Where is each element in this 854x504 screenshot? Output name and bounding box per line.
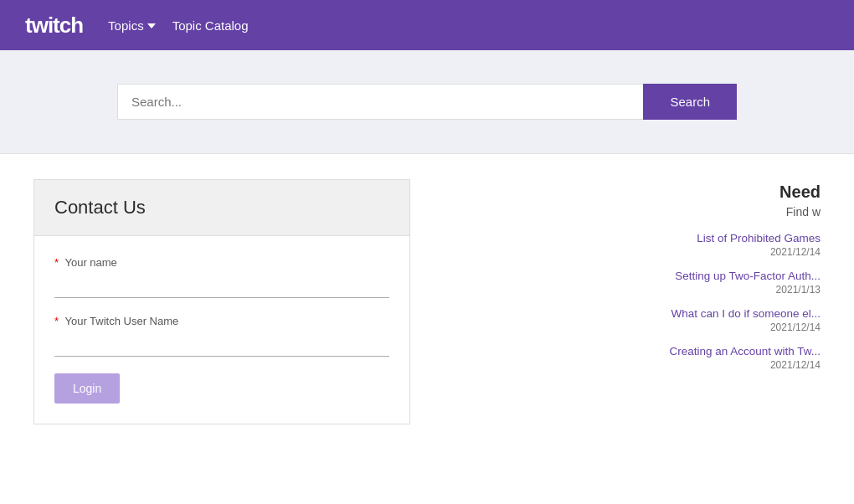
sidebar-article-link-2[interactable]: What can I do if someone el...	[444, 307, 821, 320]
main-content: Contact Us * Your name * Your Twitch Use…	[0, 154, 854, 450]
sidebar-article-3: Creating an Account with Tw... 2021/12/1…	[444, 345, 821, 371]
sidebar-article-link-3[interactable]: Creating an Account with Tw...	[444, 345, 821, 357]
login-button[interactable]: Login	[54, 373, 120, 404]
your-name-input[interactable]	[54, 274, 389, 298]
sidebar-need-title: Need	[444, 183, 821, 202]
chevron-down-icon	[147, 23, 156, 28]
required-asterisk-name: *	[54, 256, 59, 269]
navbar: twitch Topics Topic Catalog	[0, 0, 854, 50]
contact-card-body: * Your name * Your Twitch User Name Logi…	[34, 236, 409, 424]
twitch-username-label: * Your Twitch User Name	[54, 315, 389, 327]
search-button[interactable]: Search	[643, 84, 737, 120]
sidebar-article-link-0[interactable]: List of Prohibited Games	[444, 232, 821, 244]
your-name-label: * Your name	[54, 256, 389, 269]
contact-card-header: Contact Us	[34, 180, 409, 236]
sidebar-article-link-1[interactable]: Setting up Two-Factor Auth...	[444, 270, 821, 282]
required-asterisk-username: *	[54, 315, 59, 327]
topic-catalog-nav-link[interactable]: Topic Catalog	[172, 18, 249, 33]
search-input[interactable]	[117, 84, 643, 120]
sidebar-article-date-0: 2021/12/14	[444, 246, 821, 258]
sidebar-article-0: List of Prohibited Games 2021/12/14	[444, 232, 821, 258]
twitch-username-group: * Your Twitch User Name	[54, 315, 389, 357]
contact-card: Contact Us * Your name * Your Twitch Use…	[33, 179, 410, 424]
sidebar: Need Find w List of Prohibited Games 202…	[444, 179, 821, 424]
sidebar-article-date-3: 2021/12/14	[444, 359, 821, 371]
twitch-username-input[interactable]	[54, 332, 389, 357]
search-bar: Search	[117, 84, 737, 120]
twitch-logo: twitch	[25, 13, 83, 39]
topics-nav-link[interactable]: Topics	[108, 18, 156, 33]
sidebar-find-subtitle: Find w	[444, 205, 821, 219]
search-hero: Search	[0, 50, 854, 153]
navbar-navigation: Topics Topic Catalog	[108, 18, 248, 33]
sidebar-article-2: What can I do if someone el... 2021/12/1…	[444, 307, 821, 333]
your-name-group: * Your name	[54, 256, 389, 298]
contact-card-title: Contact Us	[54, 197, 389, 219]
sidebar-article-1: Setting up Two-Factor Auth... 2021/1/13	[444, 270, 821, 296]
sidebar-article-date-1: 2021/1/13	[444, 284, 821, 296]
sidebar-article-date-2: 2021/12/14	[444, 321, 821, 333]
